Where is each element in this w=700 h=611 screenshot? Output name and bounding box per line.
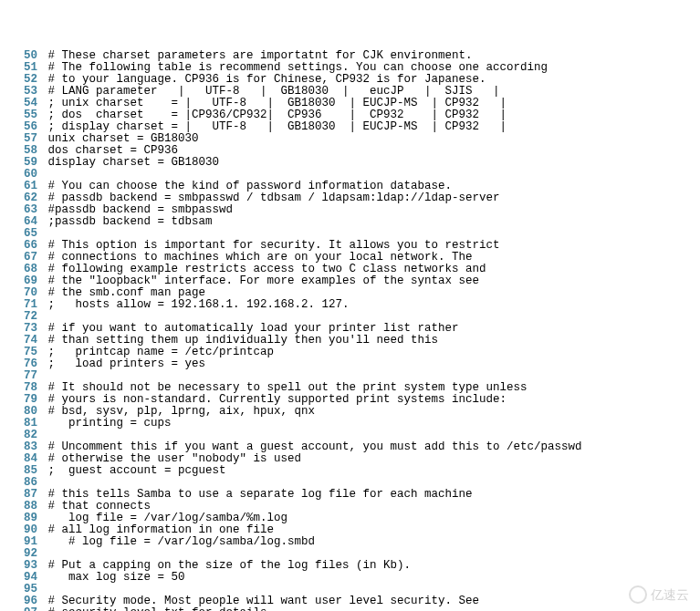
line-text: # connections to machines which are on y… — [48, 251, 473, 264]
line-text: unix charset = GB18030 — [48, 132, 199, 145]
code-line: 97 # security_level.txt for details. — [0, 607, 700, 611]
line-number: 97 — [0, 607, 41, 611]
code-line: 64 ;passdb backend = tdbsam — [0, 216, 700, 228]
code-line: 76 ; load printers = yes — [0, 358, 700, 370]
watermark-icon — [629, 585, 647, 604]
line-text: #passdb backend = smbpasswd — [48, 203, 234, 216]
line-text: # Put a capping on the size of the log f… — [48, 559, 412, 572]
line-text: # bsd, sysv, plp, lprng, aix, hpux, qnx — [48, 405, 316, 418]
line-text: # security_level.txt for details. — [48, 606, 275, 611]
line-text: # this tells Samba to use a separate log… — [48, 488, 473, 501]
line-text: printing = cups — [48, 417, 172, 430]
line-text: # LANG parameter | UTF-8 | GB18030 | euc… — [48, 85, 500, 98]
code-line: 81 printing = cups — [0, 418, 700, 430]
line-text: # if you want to automatically load your… — [48, 322, 459, 335]
code-block: 50 # These charset parameters are import… — [0, 47, 700, 611]
line-text: # than setting them up individually then… — [48, 334, 439, 347]
line-text: ; printcap name = /etc/printcap — [48, 346, 275, 358]
line-text: max log size = 50 — [48, 571, 185, 584]
code-line: 85 ; guest account = pcguest — [0, 465, 700, 477]
line-text: # This option is important for security.… — [48, 239, 500, 252]
line-text: # The following table is recommend setti… — [48, 61, 549, 74]
code-line: 71 ; hosts allow = 192.168.1. 192.168.2.… — [0, 299, 700, 311]
line-text: # Uncomment this if you want a guest acc… — [48, 440, 582, 453]
line-text: # all log information in one file — [48, 523, 275, 536]
line-text: # passdb backend = smbpasswd / tdbsam / … — [48, 192, 500, 204]
line-text: # log file = /var/log/samba/log.smbd — [48, 535, 316, 548]
line-text: dos charset = CP936 — [48, 144, 179, 157]
line-text: # that connects — [48, 500, 151, 513]
line-text: ; guest account = pcguest — [48, 464, 226, 477]
code-line: 91 # log file = /var/log/samba/log.smbd — [0, 536, 700, 548]
line-text: display charset = GB18030 — [48, 156, 220, 169]
line-text: ; hosts allow = 192.168.1. 192.168.2. 12… — [48, 298, 350, 311]
line-text: log file = /var/log/samba/%m.log — [48, 512, 288, 524]
watermark: 亿速云 — [629, 585, 689, 604]
line-text: # to your language. CP936 is for Chinese… — [48, 73, 486, 86]
code-line: 94 max log size = 50 — [0, 572, 700, 584]
code-line: 59 display charset = GB18030 — [0, 157, 700, 169]
line-text: ; dos charset = |CP936/CP932| CP936 | CP… — [48, 109, 507, 121]
line-text: ; load printers = yes — [48, 357, 206, 370]
line-text: # following example restricts access to … — [48, 263, 486, 275]
line-text: # You can choose the kind of password in… — [48, 180, 453, 192]
watermark-text: 亿速云 — [651, 589, 689, 601]
line-text: ;passdb backend = tdbsam — [48, 215, 213, 228]
line-text: ; display charset = | UTF-8 | GB18030 | … — [48, 120, 507, 133]
line-text: # Security mode. Most people will want u… — [48, 595, 480, 607]
line-text: # yours is non-standard. Currently suppo… — [48, 393, 507, 406]
line-text: # the smb.conf man page — [48, 286, 206, 299]
line-text: # These charset parameters are importatn… — [48, 49, 473, 62]
line-text: # It should not be necessary to spell ou… — [48, 381, 528, 394]
line-text: ; unix charset = | UTF-8 | GB18030 | EUC… — [48, 97, 507, 109]
line-text: # otherwise the user "nobody" is used — [48, 452, 302, 465]
line-text: # the "loopback" interface. For more exa… — [48, 274, 480, 287]
